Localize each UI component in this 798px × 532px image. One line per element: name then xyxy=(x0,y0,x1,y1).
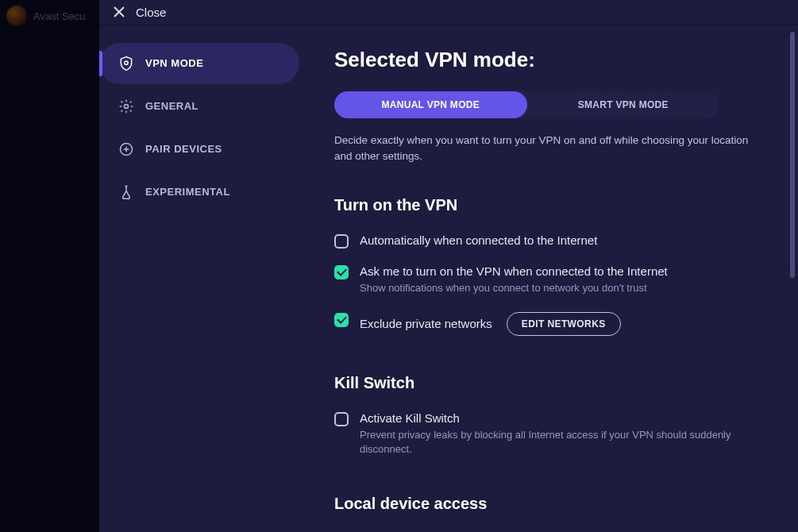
svg-point-0 xyxy=(125,61,128,64)
settings-panel: Close VPN MODE GENERAL PAIR DEVICES EXPE… xyxy=(99,0,798,532)
sidebar-item-pair-devices[interactable]: PAIR DEVICES xyxy=(99,129,299,170)
option-label: Exclude private networks xyxy=(360,317,492,330)
segment-smart-vpn[interactable]: SMART VPN MODE xyxy=(527,91,720,118)
sidebar-item-label: PAIR DEVICES xyxy=(145,143,222,155)
checkbox-auto-connect[interactable] xyxy=(334,234,349,249)
vpn-mode-toggle: MANUAL VPN MODE SMART VPN MODE xyxy=(334,91,719,118)
section-title-local-device: Local device access xyxy=(334,495,765,513)
close-button[interactable]: Close xyxy=(136,6,166,19)
lab-icon xyxy=(118,184,134,200)
avast-logo-icon xyxy=(6,6,27,26)
checkbox-kill-switch[interactable] xyxy=(334,412,349,426)
option-auto-connect: Automatically when connected to the Inte… xyxy=(334,233,765,249)
option-ask-connect: Ask me to turn on the VPN when connected… xyxy=(334,264,765,295)
segment-manual-vpn[interactable]: MANUAL VPN MODE xyxy=(334,91,527,118)
background-app-title: Avast Secu xyxy=(33,10,86,22)
sidebar-item-experimental[interactable]: EXPERIMENTAL xyxy=(99,172,299,213)
option-kill-switch: Activate Kill Switch Prevent privacy lea… xyxy=(334,411,765,457)
settings-sidebar: VPN MODE GENERAL PAIR DEVICES EXPERIMENT… xyxy=(99,25,306,532)
plus-circle-icon xyxy=(118,141,134,157)
shield-gear-icon xyxy=(118,56,134,71)
settings-content: Selected VPN mode: MANUAL VPN MODE SMART… xyxy=(306,25,798,532)
page-title: Selected VPN mode: xyxy=(334,48,765,72)
section-title-turn-on: Turn on the VPN xyxy=(334,196,765,214)
sidebar-item-vpn-mode[interactable]: VPN MODE xyxy=(99,43,299,84)
sidebar-item-label: EXPERIMENTAL xyxy=(145,186,230,198)
option-subtext: Show notifications when you connect to n… xyxy=(360,281,765,295)
sidebar-item-label: VPN MODE xyxy=(145,57,203,69)
option-label: Activate Kill Switch xyxy=(360,411,765,425)
option-exclude-private: Exclude private networks EDIT NETWORKS xyxy=(334,312,765,336)
checkbox-ask-connect[interactable] xyxy=(334,265,349,279)
background-app-header: Avast Secu xyxy=(0,0,103,32)
checkbox-exclude-private[interactable] xyxy=(334,313,349,327)
mode-description: Decide exactly when you want to turn you… xyxy=(334,133,765,165)
option-label: Ask me to turn on the VPN when connected… xyxy=(360,264,765,278)
option-label: Automatically when connected to the Inte… xyxy=(360,233,765,247)
edit-networks-button[interactable]: EDIT NETWORKS xyxy=(507,312,621,336)
sidebar-item-label: GENERAL xyxy=(145,100,199,112)
close-icon[interactable] xyxy=(114,6,125,17)
panel-header: Close xyxy=(99,0,798,25)
section-title-kill-switch: Kill Switch xyxy=(334,374,765,392)
scrollbar-thumb[interactable] xyxy=(790,32,795,278)
gear-icon xyxy=(118,98,134,114)
sidebar-item-general[interactable]: GENERAL xyxy=(99,86,299,127)
option-subtext: Prevent privacy leaks by blocking all In… xyxy=(360,428,765,457)
svg-point-1 xyxy=(125,104,129,108)
